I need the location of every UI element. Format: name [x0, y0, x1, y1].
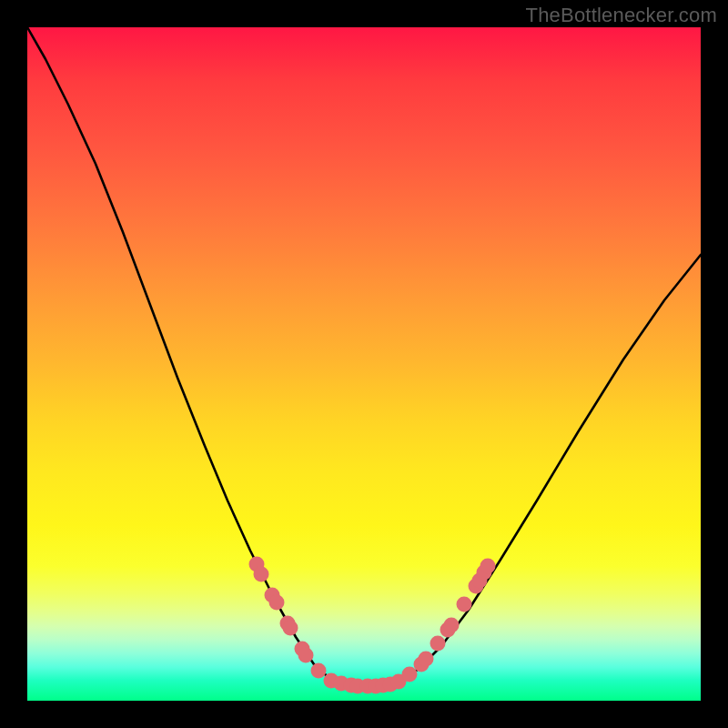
- watermark-text: TheBottlenecker.com: [526, 4, 717, 27]
- gradient-background: [27, 27, 701, 701]
- plot-area: [27, 27, 701, 701]
- chart-frame: TheBottlenecker.com: [0, 0, 728, 728]
